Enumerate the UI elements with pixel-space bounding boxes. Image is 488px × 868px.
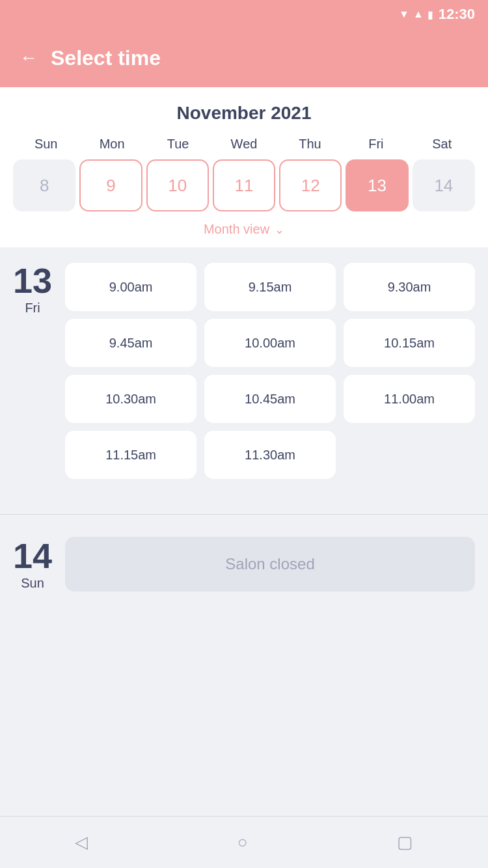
status-time: 12:30	[439, 6, 475, 23]
slots-row-2: 9.45am 10.00am 10.15am	[65, 319, 475, 367]
salon-closed-box: Salon closed	[65, 537, 475, 591]
day-cell-11[interactable]: 11	[213, 159, 275, 211]
slots-row-1: 9.00am 9.15am 9.30am	[65, 263, 475, 311]
weekday-mon: Mon	[79, 137, 144, 152]
day-cell-10[interactable]: 10	[146, 159, 209, 211]
weekdays-row: Sun Mon Tue Wed Thu Fri Sat	[13, 137, 475, 152]
month-year-label: November 2021	[13, 103, 475, 124]
calendar-days-grid: 8 9 10 11 12 13 14	[13, 159, 475, 211]
day-cell-12[interactable]: 12	[279, 159, 342, 211]
day-13-name: Fri	[25, 301, 40, 316]
time-slot-1115am[interactable]: 11.15am	[65, 431, 197, 479]
weekday-wed: Wed	[211, 137, 277, 152]
day-cell-14: 14	[413, 159, 475, 211]
day-14-name: Sun	[21, 576, 44, 591]
section-divider	[0, 514, 488, 515]
day-cell-8: 8	[13, 159, 75, 211]
back-button[interactable]: ←	[20, 47, 38, 68]
slots-row-3: 10.30am 10.45am 11.00am	[65, 375, 475, 423]
time-slot-945am[interactable]: 9.45am	[65, 319, 197, 367]
salon-closed-label: Salon closed	[225, 555, 314, 573]
weekday-fri: Fri	[343, 137, 409, 152]
time-slot-1000am[interactable]: 10.00am	[204, 319, 336, 367]
page-title: Select time	[51, 46, 161, 70]
day-14-number: 14	[13, 538, 52, 573]
time-slot-1100am[interactable]: 11.00am	[344, 375, 475, 423]
weekday-sat: Sat	[409, 137, 475, 152]
day-13-section: 13 Fri 9.00am 9.15am 9.30am 9.45am 10.00…	[0, 247, 488, 508]
weekday-tue: Tue	[145, 137, 211, 152]
calendar-section: November 2021 Sun Mon Tue Wed Thu Fri Sa…	[0, 87, 488, 247]
day-13-number: 13	[13, 263, 52, 298]
bottom-navigation: ◁ ○ ▢	[0, 816, 488, 868]
month-view-toggle[interactable]: Month view ⌄	[13, 222, 475, 237]
time-slot-930am[interactable]: 9.30am	[344, 263, 475, 311]
day-14-section: 14 Sun Salon closed	[0, 521, 488, 607]
weekday-thu: Thu	[277, 137, 343, 152]
weekday-sun: Sun	[13, 137, 79, 152]
battery-icon: ▮	[427, 8, 433, 21]
recent-nav-button[interactable]: ▢	[397, 832, 413, 852]
home-nav-button[interactable]: ○	[237, 832, 248, 852]
day-13-slots-container: 9.00am 9.15am 9.30am 9.45am 10.00am 10.1…	[65, 263, 475, 487]
status-bar: ▼ ▲ ▮ 12:30	[0, 0, 488, 29]
signal-icon: ▲	[413, 8, 424, 20]
time-slot-900am[interactable]: 9.00am	[65, 263, 197, 311]
month-view-label: Month view	[204, 222, 269, 237]
wifi-icon: ▼	[399, 8, 409, 20]
chevron-down-icon: ⌄	[275, 223, 284, 237]
time-slot-1015am[interactable]: 10.15am	[344, 319, 475, 367]
slots-row-4: 11.15am 11.30am	[65, 431, 475, 479]
day-cell-13[interactable]: 13	[346, 159, 408, 211]
day-14-row: 14 Sun Salon closed	[13, 537, 475, 591]
time-slot-1130am[interactable]: 11.30am	[204, 431, 336, 479]
day-13-row: 13 Fri 9.00am 9.15am 9.30am 9.45am 10.00…	[13, 263, 475, 487]
day-14-label: 14 Sun	[13, 538, 52, 591]
app-header: ← Select time	[0, 29, 488, 87]
day-13-label: 13 Fri	[13, 263, 52, 487]
day-cell-9[interactable]: 9	[79, 159, 142, 211]
time-slot-1030am[interactable]: 10.30am	[65, 375, 197, 423]
back-nav-button[interactable]: ◁	[75, 832, 88, 852]
time-slot-915am[interactable]: 9.15am	[204, 263, 336, 311]
time-slot-1045am[interactable]: 10.45am	[204, 375, 336, 423]
